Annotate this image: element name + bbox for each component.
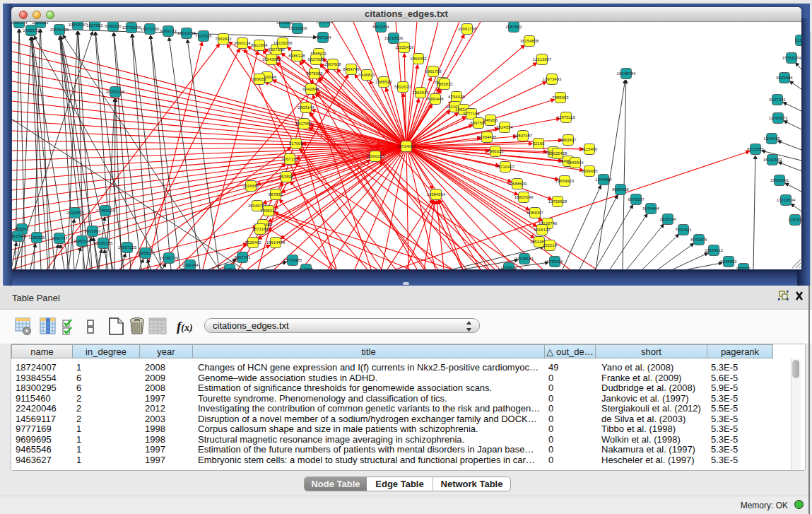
svg-text:9660124: 9660124 [234,41,251,45]
svg-text:12905185: 12905185 [94,241,113,245]
svg-text:14138141: 14138141 [515,257,534,261]
svg-text:1292344: 1292344 [182,263,199,267]
svg-text:8427552: 8427552 [295,122,312,126]
svg-text:252214: 252214 [543,243,558,247]
svg-text:8454749: 8454749 [343,67,360,71]
svg-text:1615132: 1615132 [534,228,551,232]
svg-text:1916682: 1916682 [242,184,259,188]
svg-text:7986322: 7986322 [487,149,504,153]
svg-text:10973493: 10973493 [543,77,562,81]
svg-text:7857224: 7857224 [314,35,331,40]
svg-text:9857791: 9857791 [234,255,251,259]
svg-text:10958107: 10958107 [136,251,155,255]
svg-text:3267130: 3267130 [281,157,298,161]
svg-text:10025458: 10025458 [548,151,567,156]
svg-text:2087682: 2087682 [505,25,522,29]
svg-text:391594: 391594 [12,234,25,238]
svg-text:943502: 943502 [736,267,751,269]
svg-text:19384554: 19384554 [427,192,446,197]
svg-text:9975867: 9975867 [84,229,101,233]
svg-text:8471676: 8471676 [690,238,707,242]
svg-text:6966160: 6966160 [105,24,122,28]
svg-text:9245652: 9245652 [720,259,737,264]
svg-text:8215955: 8215955 [747,147,764,151]
svg-text:1733426: 1733426 [546,259,563,264]
svg-text:7625402: 7625402 [245,240,261,245]
svg-text:1405572: 1405572 [23,28,40,33]
svg-text:17359924: 17359924 [96,209,115,213]
svg-text:9777169: 9777169 [463,112,480,116]
svg-text:16648784: 16648784 [617,71,636,76]
svg-text:11172: 11172 [795,38,801,42]
svg-text:8938928: 8938928 [612,187,629,192]
svg-text:5875685: 5875685 [306,71,323,76]
svg-text:16210643: 16210643 [763,158,782,162]
svg-text:7515526: 7515526 [195,34,212,38]
svg-text:6961758: 6961758 [425,69,442,74]
svg-text:1156829: 1156829 [29,235,46,240]
svg-text:7485063: 7485063 [552,95,569,100]
svg-text:8186328: 8186328 [288,54,305,58]
svg-text:18226058: 18226058 [273,41,293,45]
svg-text:7663822: 7663822 [215,37,232,41]
svg-text:10688609: 10688609 [508,182,527,186]
svg-text:8813054: 8813054 [372,25,389,29]
svg-text:1864092: 1864092 [410,57,427,61]
svg-text:11325419: 11325419 [395,45,414,49]
svg-text:6879197: 6879197 [628,197,645,201]
svg-text:16033809: 16033809 [288,26,307,30]
svg-text:16671355: 16671355 [141,27,160,31]
svg-text:3624554: 3624554 [496,125,513,129]
svg-text:12213967: 12213967 [533,57,552,62]
svg-text:15692991: 15692991 [770,178,789,182]
svg-text:1588520: 1588520 [375,80,392,84]
svg-text:1440954: 1440954 [595,177,612,182]
svg-text:9474444: 9474444 [642,206,659,211]
svg-text:7955812: 7955812 [436,82,453,86]
svg-text:16782759: 16782759 [160,256,179,260]
svg-text:9227342: 9227342 [769,98,786,102]
svg-text:18724007: 18724007 [397,144,416,148]
svg-text:1035821: 1035821 [500,266,517,269]
svg-text:2020657: 2020657 [66,211,83,215]
svg-text:953594: 953594 [279,175,294,179]
svg-text:817455: 817455 [299,267,314,269]
svg-text:989651: 989651 [252,77,267,81]
svg-text:12975115: 12975115 [557,115,576,119]
svg-text:10719155: 10719155 [122,25,141,30]
svg-text:5822037: 5822037 [394,85,411,89]
svg-text:19218506: 19218506 [384,36,404,40]
svg-text:16154808: 16154808 [520,39,539,43]
svg-text:18807249: 18807249 [514,195,534,199]
svg-text:3498222: 3498222 [260,209,277,213]
svg-text:2942737: 2942737 [51,236,68,240]
svg-text:10756928: 10756928 [548,199,567,204]
svg-text:9329966: 9329966 [776,76,793,80]
svg-text:20691406: 20691406 [50,28,69,32]
svg-text:9084067: 9084067 [526,211,543,215]
svg-text:1527602: 1527602 [86,23,103,28]
svg-text:15751074: 15751074 [782,56,801,60]
svg-text:10654112: 10654112 [705,248,724,252]
svg-text:904511: 904511 [223,267,237,269]
svg-text:9327508: 9327508 [307,57,324,62]
svg-text:7632621: 7632621 [675,228,692,232]
svg-text:16613755: 16613755 [177,31,196,35]
svg-text:9634509: 9634509 [276,22,293,25]
svg-text:17957225: 17957225 [118,245,137,250]
svg-text:6794028: 6794028 [448,95,465,99]
svg-text:9063133: 9063133 [160,29,177,33]
svg-text:1945194: 1945194 [73,239,90,243]
svg-text:18300215: 18300215 [366,154,385,158]
svg-text:8912954: 8912954 [251,43,268,47]
svg-text:16543362: 16543362 [262,57,281,62]
svg-text:116753: 116753 [788,218,801,222]
svg-text:21364436: 21364436 [478,135,497,139]
svg-text:20053346: 20053346 [106,90,125,94]
svg-text:746266: 746266 [483,118,498,122]
svg-text:817006: 817006 [289,141,304,146]
svg-text:1871166: 1871166 [252,227,269,231]
svg-text:15716485: 15716485 [283,258,302,262]
svg-text:10653267: 10653267 [69,23,88,27]
svg-text:9463627: 9463627 [560,138,577,142]
